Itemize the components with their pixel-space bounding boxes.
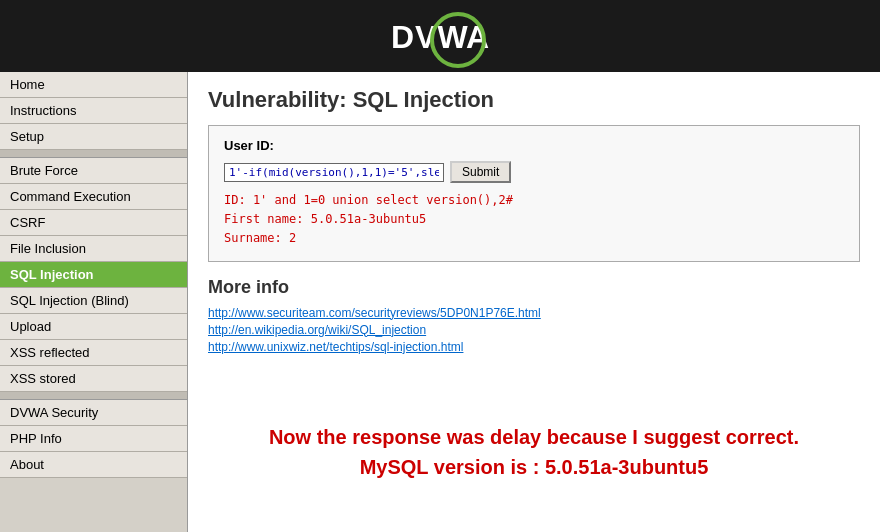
user-id-input[interactable] — [224, 163, 444, 182]
overlay-text: Now the response was delay because I sug… — [198, 422, 870, 482]
result-line3: Surname: 2 — [224, 229, 844, 248]
logo-circle-svg — [429, 11, 487, 69]
sidebar-item-sql-injection[interactable]: SQL Injection — [0, 262, 187, 288]
sidebar-item-sql-injection-blind[interactable]: SQL Injection (Blind) — [0, 288, 187, 314]
result-line2: First name: 5.0.51a-3ubuntu5 — [224, 210, 844, 229]
info-links: http://www.securiteam.com/securityreview… — [208, 306, 860, 354]
overlay-line2: MySQL version is : 5.0.51a-3ubuntu5 — [198, 452, 870, 482]
vulnerability-box: User ID: Submit ID: 1' and 1=0 union sel… — [208, 125, 860, 262]
sidebar-item-home[interactable]: Home — [0, 72, 187, 98]
submit-button[interactable]: Submit — [450, 161, 511, 183]
sidebar-divider-1 — [0, 150, 187, 158]
overlay-message: Now the response was delay because I sug… — [188, 412, 880, 492]
sidebar-item-instructions[interactable]: Instructions — [0, 98, 187, 124]
sidebar-item-brute-force[interactable]: Brute Force — [0, 158, 187, 184]
sidebar-item-csrf[interactable]: CSRF — [0, 210, 187, 236]
input-row: Submit — [224, 161, 844, 183]
sidebar-item-xss-stored[interactable]: XSS stored — [0, 366, 187, 392]
info-link-2[interactable]: http://en.wikipedia.org/wiki/SQL_injecti… — [208, 323, 860, 337]
overlay-line1: Now the response was delay because I sug… — [198, 422, 870, 452]
page-title: Vulnerability: SQL Injection — [208, 87, 860, 113]
info-link-3[interactable]: http://www.unixwiz.net/techtips/sql-inje… — [208, 340, 860, 354]
info-link-1[interactable]: http://www.securiteam.com/securityreview… — [208, 306, 860, 320]
svg-point-0 — [432, 14, 484, 66]
sidebar-item-command-execution[interactable]: Command Execution — [0, 184, 187, 210]
result-line1: ID: 1' and 1=0 union select version(),2# — [224, 191, 844, 210]
sidebar: Home Instructions Setup Brute Force Comm… — [0, 72, 188, 532]
sidebar-item-dvwa-security[interactable]: DVWA Security — [0, 400, 187, 426]
header: DV WA — [0, 0, 880, 72]
more-info-title: More info — [208, 277, 860, 298]
sidebar-item-setup[interactable]: Setup — [0, 124, 187, 150]
sidebar-item-php-info[interactable]: PHP Info — [0, 426, 187, 452]
result-text: ID: 1' and 1=0 union select version(),2#… — [224, 191, 844, 249]
user-id-label: User ID: — [224, 138, 274, 153]
dvwa-logo: DV WA — [391, 19, 489, 56]
sidebar-item-xss-reflected[interactable]: XSS reflected — [0, 340, 187, 366]
logo-wa-wrapper: WA — [437, 19, 489, 56]
sidebar-item-upload[interactable]: Upload — [0, 314, 187, 340]
sidebar-item-about[interactable]: About — [0, 452, 187, 478]
sidebar-item-file-inclusion[interactable]: File Inclusion — [0, 236, 187, 262]
sidebar-divider-2 — [0, 392, 187, 400]
